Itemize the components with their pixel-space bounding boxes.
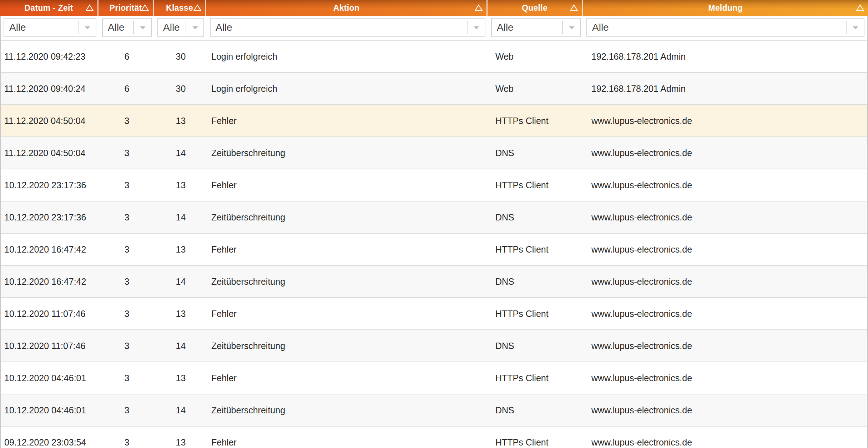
cell-source: HTTPs Client <box>488 169 584 201</box>
dropdown-divider <box>846 21 847 34</box>
table-header-row: Datum - Zeit Priorität Klasse Aktion Que… <box>0 0 868 16</box>
log-rows: 11.12.2020 09:42:23 6 30 Login erfolgrei… <box>1 41 867 448</box>
log-row[interactable]: 10.12.2020 16:47:42 3 14 Zeitüberschreit… <box>1 266 867 298</box>
cell-action: Fehler <box>207 362 488 394</box>
cell-message: www.lupus-electronics.de <box>584 330 867 362</box>
filter-value: Alle <box>9 22 26 33</box>
dropdown-caret-icon <box>474 26 479 29</box>
dropdown-divider <box>133 21 134 34</box>
cell-priority: 3 <box>99 201 155 233</box>
cell-class: 13 <box>155 362 207 394</box>
cell-datetime: 10.12.2020 16:47:42 <box>1 234 99 265</box>
cell-datetime: 11.12.2020 04:50:04 <box>1 137 99 169</box>
filter-value: Alle <box>108 22 125 33</box>
cell-datetime: 10.12.2020 11:07:46 <box>1 330 99 362</box>
log-row[interactable]: 10.12.2020 04:46:01 3 14 Zeitüberschreit… <box>1 394 867 427</box>
filter-dropdown-meldung[interactable]: Alle <box>586 18 864 37</box>
dropdown-divider <box>467 21 468 34</box>
dropdown-caret-icon <box>569 26 575 29</box>
sort-asc-icon <box>474 4 483 12</box>
cell-action: Fehler <box>207 427 488 448</box>
log-row[interactable]: 09.12.2020 23:03:54 3 13 Fehler HTTPs Cl… <box>1 427 867 448</box>
log-row[interactable]: 11.12.2020 04:50:04 3 14 Zeitüberschreit… <box>1 137 867 169</box>
cell-class: 30 <box>155 41 207 72</box>
column-header-meldung[interactable]: Meldung <box>583 0 868 16</box>
cell-datetime: 11.12.2020 04:50:04 <box>1 105 99 136</box>
cell-priority: 3 <box>99 169 155 201</box>
column-header-label: Priorität <box>110 3 142 13</box>
dropdown-caret-icon <box>140 26 146 29</box>
cell-class: 14 <box>155 394 207 426</box>
cell-class: 13 <box>155 298 207 329</box>
cell-priority: 3 <box>99 298 155 329</box>
column-header-prioritaet[interactable]: Priorität <box>99 0 154 16</box>
column-header-label: Aktion <box>333 3 359 13</box>
cell-message: www.lupus-electronics.de <box>584 234 867 265</box>
sort-asc-icon <box>570 4 578 12</box>
cell-message: www.lupus-electronics.de <box>584 362 867 394</box>
cell-message: www.lupus-electronics.de <box>584 105 867 136</box>
log-row-highlighted[interactable]: 11.12.2020 04:50:04 3 13 Fehler HTTPs Cl… <box>1 105 867 137</box>
cell-action: Zeitüberschreitung <box>207 330 488 362</box>
cell-priority: 6 <box>99 73 155 104</box>
filter-value: Alle <box>592 22 609 33</box>
log-row[interactable]: 10.12.2020 23:17:36 3 13 Fehler HTTPs Cl… <box>1 169 867 201</box>
cell-source: HTTPs Client <box>488 362 584 394</box>
cell-message: www.lupus-electronics.de <box>584 201 867 233</box>
cell-class: 13 <box>155 427 207 448</box>
filter-dropdown-prioritaet[interactable]: Alle <box>102 18 152 37</box>
cell-message: www.lupus-electronics.de <box>584 169 867 201</box>
sort-asc-icon <box>85 4 94 12</box>
log-row[interactable]: 10.12.2020 04:46:01 3 13 Fehler HTTPs Cl… <box>1 362 867 394</box>
sort-asc-icon <box>856 4 864 12</box>
filter-value: Alle <box>216 22 232 33</box>
log-row[interactable]: 10.12.2020 11:07:46 3 14 Zeitüberschreit… <box>1 330 867 362</box>
cell-priority: 3 <box>99 362 155 394</box>
cell-datetime: 10.12.2020 11:07:46 <box>1 298 99 329</box>
column-header-label: Datum - Zeit <box>24 3 73 13</box>
dropdown-caret-icon <box>853 26 858 29</box>
cell-class: 30 <box>155 73 207 104</box>
column-header-klasse[interactable]: Klasse <box>154 0 206 16</box>
table-body-area: Alle Alle Alle <box>0 16 868 448</box>
cell-source: Web <box>488 41 584 72</box>
cell-priority: 3 <box>99 105 155 136</box>
column-header-datum-zeit[interactable]: Datum - Zeit <box>0 0 99 16</box>
cell-priority: 6 <box>99 41 155 72</box>
column-header-label: Quelle <box>522 3 547 13</box>
cell-priority: 3 <box>99 234 155 265</box>
log-row[interactable]: 10.12.2020 23:17:36 3 14 Zeitüberschreit… <box>1 201 867 234</box>
cell-class: 14 <box>155 201 207 233</box>
filter-dropdown-klasse[interactable]: Alle <box>157 18 204 37</box>
cell-source: HTTPs Client <box>488 234 584 265</box>
cell-action: Zeitüberschreitung <box>207 266 488 297</box>
sort-asc-icon <box>141 4 149 12</box>
cell-action: Login erfolgreich <box>207 73 488 104</box>
cell-priority: 3 <box>99 427 155 448</box>
cell-class: 14 <box>155 137 207 169</box>
cell-datetime: 11.12.2020 09:40:24 <box>1 73 99 104</box>
log-row[interactable]: 11.12.2020 09:40:24 6 30 Login erfolgrei… <box>1 73 867 105</box>
cell-class: 13 <box>155 234 207 265</box>
cell-datetime: 09.12.2020 23:03:54 <box>1 427 99 448</box>
filter-dropdown-aktion[interactable]: Alle <box>210 18 485 37</box>
log-row[interactable]: 10.12.2020 11:07:46 3 13 Fehler HTTPs Cl… <box>1 298 867 330</box>
log-row[interactable]: 11.12.2020 09:42:23 6 30 Login erfolgrei… <box>1 41 867 73</box>
column-header-aktion[interactable]: Aktion <box>206 0 488 16</box>
cell-source: HTTPs Client <box>488 427 584 448</box>
dropdown-divider <box>562 21 563 34</box>
cell-action: Login erfolgreich <box>207 41 488 72</box>
cell-class: 14 <box>155 266 207 297</box>
cell-class: 13 <box>155 169 207 201</box>
log-row[interactable]: 10.12.2020 16:47:42 3 13 Fehler HTTPs Cl… <box>1 234 867 266</box>
cell-priority: 3 <box>99 330 155 362</box>
filter-dropdown-quelle[interactable]: Alle <box>491 18 581 37</box>
sort-asc-icon <box>193 4 202 12</box>
column-header-label: Klasse <box>166 3 193 13</box>
filter-value: Alle <box>497 22 514 33</box>
cell-priority: 3 <box>99 266 155 297</box>
filter-dropdown-datum-zeit[interactable]: Alle <box>4 18 96 37</box>
column-header-quelle[interactable]: Quelle <box>488 0 583 16</box>
cell-action: Fehler <box>207 298 488 329</box>
cell-action: Zeitüberschreitung <box>207 394 488 426</box>
